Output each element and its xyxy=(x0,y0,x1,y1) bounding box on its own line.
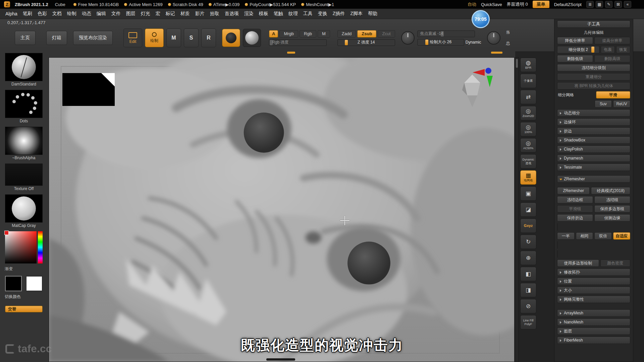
section-tessimate[interactable]: Tessimate xyxy=(557,164,630,171)
target-polygons-slider[interactable]: 目标多边形数 5 xyxy=(557,223,558,231)
gradient-label[interactable]: 渐变 xyxy=(5,266,13,272)
freeze-border-toggle[interactable]: 冻结边框 xyxy=(557,196,593,203)
sdiv-slider[interactable]: 细分级别 2 xyxy=(557,46,599,53)
center-view-button[interactable]: ⊕ xyxy=(520,251,536,265)
slider-handle[interactable] xyxy=(557,242,558,248)
color-density-slider[interactable]: 颜色密度 xyxy=(600,259,631,267)
menu-item[interactable]: 图层 xyxy=(126,11,136,17)
keep-creases-toggle[interactable]: 保持折边 xyxy=(557,214,593,222)
move-view-button[interactable]: ◧ xyxy=(520,267,536,281)
rotate-mode-button[interactable]: R xyxy=(201,28,216,47)
stroke-selector[interactable]: Dots xyxy=(5,90,43,123)
canvas-scrollbar[interactable] xyxy=(515,57,519,362)
focal-falloff-slider[interactable]: 焦点衰减 -14 xyxy=(417,31,475,37)
menu-item[interactable]: 编辑 xyxy=(97,11,106,17)
ghost-transparency-button[interactable]: ◪ xyxy=(520,202,536,217)
section-layers[interactable]: 图层 xyxy=(557,327,630,335)
texture-thumbnail[interactable] xyxy=(5,164,43,186)
menu-item[interactable]: 模板 xyxy=(259,11,268,17)
ui-opacity-slider[interactable]: 界面透明 0 xyxy=(507,1,528,7)
frame-button[interactable]: ▣ xyxy=(520,186,536,201)
del-lower-button[interactable]: 删除低级 xyxy=(557,55,593,62)
rgb-toggle[interactable]: Rgb xyxy=(300,30,316,38)
interface-pen-icon[interactable]: ✎ xyxy=(605,1,612,8)
section-shadowbox[interactable]: ShadowBox xyxy=(557,136,630,144)
dynamic-size-knob[interactable] xyxy=(487,31,500,45)
document-canvas[interactable] xyxy=(49,57,515,362)
gyro-button[interactable]: Gxyz xyxy=(520,219,536,233)
classic-mode-button[interactable]: 经典模式(2018) xyxy=(591,187,630,194)
section-mesh-integrity[interactable]: 网格完整性 xyxy=(557,296,630,303)
subpixel-button[interactable]: 子像素 xyxy=(520,74,536,88)
slider-handle[interactable] xyxy=(557,224,558,230)
polymesh-head-icon[interactable] xyxy=(461,74,483,110)
menu-item[interactable]: 文档 xyxy=(52,11,62,17)
floor-grid-button[interactable]: ▦ 地网格 xyxy=(520,170,536,185)
adaptive-toggle[interactable]: 自适应 xyxy=(613,232,631,240)
m-toggle[interactable]: M xyxy=(318,30,330,38)
freeze-groups-toggle[interactable]: 冻结组 xyxy=(594,196,630,203)
reuv-toggle[interactable]: ReUV xyxy=(613,100,630,108)
divide-label[interactable]: 细分网格 xyxy=(557,91,595,99)
home-button[interactable]: 主页 xyxy=(15,31,36,45)
menu-item[interactable]: 工具 xyxy=(303,11,313,17)
convert-bpr-button[interactable]: 将 BPR 转换为几何体 xyxy=(557,82,630,89)
subtool-section-header[interactable]: 子工具 xyxy=(557,20,630,28)
suv-toggle[interactable]: Suv xyxy=(595,100,612,108)
cage-button[interactable]: 包裹 xyxy=(601,46,615,53)
menu-item[interactable]: 变换 xyxy=(318,11,327,17)
reconstruct-subdiv-button[interactable]: 重建细分 xyxy=(557,73,630,80)
section-claypolish[interactable]: ClayPolish xyxy=(557,145,630,153)
move-mode-button[interactable]: M xyxy=(166,28,181,47)
menu-item[interactable]: 笔刷 xyxy=(23,11,32,17)
menu-item[interactable]: 动态 xyxy=(82,11,91,17)
material-selector[interactable]: MatCap Gray xyxy=(5,194,43,228)
menu-item[interactable]: 影片 xyxy=(195,11,205,17)
polyframe-button[interactable]: Line Fill PolyF xyxy=(520,315,536,329)
mrgb-toggle[interactable]: Mrgb xyxy=(279,30,298,38)
draw-size-slider[interactable]: 绘制大小 26 xyxy=(417,39,464,46)
color-picker[interactable] xyxy=(5,231,43,263)
interface-grid-icon[interactable]: ▦ xyxy=(596,1,603,8)
restore-button[interactable]: 恢复 xyxy=(616,46,630,53)
perspective-button[interactable]: Dynamic 透视 xyxy=(520,154,536,169)
sculptris-pro-button[interactable] xyxy=(243,29,261,47)
saturation-square[interactable] xyxy=(5,231,37,263)
scale-mode-button[interactable]: S xyxy=(184,28,199,47)
scroll-canvas-button[interactable]: ⇄ xyxy=(520,90,536,104)
alpha-thumbnail[interactable] xyxy=(5,127,43,155)
menu-button[interactable]: 菜单 xyxy=(533,1,549,8)
zoom2d-button[interactable]: ◎ Zoom2D xyxy=(520,106,536,120)
secondary-color-swatch[interactable] xyxy=(26,276,43,291)
interface-delete-icon[interactable]: ⊠ xyxy=(614,1,622,8)
z-intensity-slider[interactable]: Z 强度 14 xyxy=(337,39,395,46)
draw-mode-button[interactable]: 绘制 xyxy=(145,28,164,47)
brush-thumbnail[interactable] xyxy=(5,53,43,81)
menu-item[interactable]: 渲染 xyxy=(244,11,254,17)
quicksave-button[interactable]: QuickSave xyxy=(481,2,502,7)
smooth-groups-toggle[interactable]: 平滑组 xyxy=(557,205,593,213)
alpha-selector[interactable]: ~BrushAlpha xyxy=(5,127,43,160)
section-dynamesh[interactable]: Dynamesh xyxy=(557,155,630,162)
menu-item[interactable]: 色彩 xyxy=(38,11,47,17)
curves-strength-slider[interactable]: 曲线强度 50 xyxy=(557,250,558,258)
alternate-button[interactable]: 交替 xyxy=(5,306,43,312)
smt-toggle[interactable]: 平滑 xyxy=(596,91,630,99)
zsub-toggle[interactable]: Zsub xyxy=(357,30,376,38)
interface-collapse-icon[interactable]: « xyxy=(624,1,631,8)
menu-item[interactable]: 标记 xyxy=(166,11,175,17)
aa-half-button[interactable]: ◎ AC50% xyxy=(520,138,536,153)
menu-item[interactable]: 文件 xyxy=(111,11,121,17)
section-edge-loop[interactable]: 边缘环 xyxy=(557,118,630,126)
menu-item[interactable]: Z脚本 xyxy=(350,11,363,17)
rgb-intensity-slider[interactable]: Rgb 强度 xyxy=(269,39,327,46)
double-button[interactable]: 双倍 xyxy=(594,232,612,240)
lower-res-button[interactable]: 降低分辨率 xyxy=(557,37,593,44)
menu-item[interactable]: 笔触 xyxy=(274,11,283,17)
interface-sliders-icon[interactable]: ≣ xyxy=(586,1,594,8)
freeze-subdivision-button[interactable]: 冻结细分级别 xyxy=(557,64,630,71)
scale-view-button[interactable]: ◨ xyxy=(520,283,536,297)
bpr-button[interactable]: ◍ BPR xyxy=(520,58,536,72)
keep-groups-toggle[interactable]: 保持多边形组 xyxy=(594,205,630,213)
brush-tip-button[interactable] xyxy=(222,29,240,47)
